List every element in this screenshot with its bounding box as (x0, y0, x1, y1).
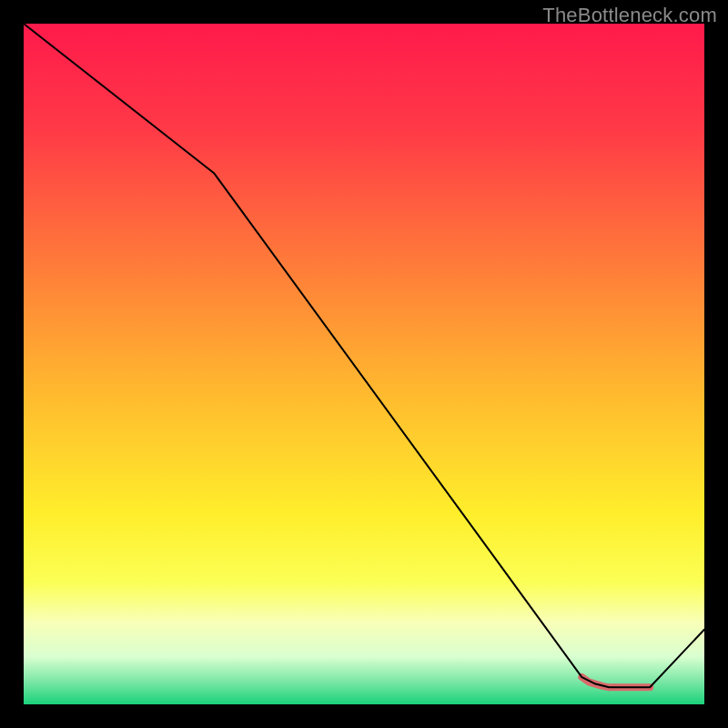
svg-rect-0 (24, 24, 704, 704)
heat-gradient-background (24, 24, 704, 704)
chart-frame: TheBottleneck.com (0, 0, 728, 728)
watermark-text: TheBottleneck.com (542, 4, 717, 27)
plot-area (24, 24, 704, 704)
